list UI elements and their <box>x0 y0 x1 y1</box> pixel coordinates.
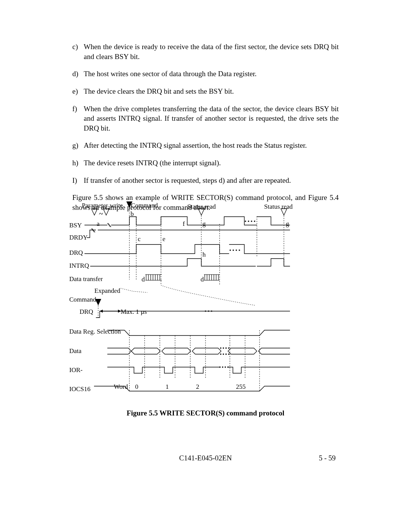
list-label: g) <box>72 141 84 150</box>
svg-point-47 <box>225 366 226 368</box>
label-f: f <box>183 220 185 228</box>
list-label: I) <box>72 176 84 185</box>
svg-point-26 <box>211 310 212 312</box>
list-item-i: I) If transfer of another sector is requ… <box>72 176 339 185</box>
label-g-1: g <box>202 220 206 228</box>
svg-point-25 <box>208 310 209 312</box>
svg-point-18 <box>236 249 237 251</box>
list-text: If transfer of another sector is request… <box>84 176 339 185</box>
svg-point-17 <box>233 249 234 251</box>
svg-point-44 <box>228 353 229 355</box>
label-w0: 0 <box>135 383 139 391</box>
label-command-top: Command <box>131 202 158 209</box>
label-ior: IOR- <box>69 366 83 374</box>
label-c: c <box>138 235 141 243</box>
svg-point-24 <box>205 310 206 312</box>
footer-doc-id: C141-E045-02EN <box>0 454 411 462</box>
label-status-read-1: Status read <box>187 203 216 211</box>
label-e: e <box>162 235 166 243</box>
label-expanded: Expanded <box>94 287 120 295</box>
label-max: Max. 1 µs <box>121 308 147 316</box>
list-item-g: g) After detecting the INTRQ signal asse… <box>72 141 339 150</box>
label-w255: 255 <box>236 383 246 391</box>
svg-point-13 <box>248 220 249 222</box>
label-status-read-2: Status read <box>264 203 293 211</box>
label-data-transfer: Data transfer <box>69 275 103 283</box>
svg-point-39 <box>225 347 227 349</box>
label-word: Word <box>114 383 128 391</box>
list-item-f: f) When the drive completes transferring… <box>72 104 339 133</box>
label-g-2: g <box>286 220 289 228</box>
svg-marker-2 <box>103 209 109 215</box>
svg-point-14 <box>251 220 252 222</box>
list-item-c: c) When the device is ready to receive t… <box>72 42 339 61</box>
label-command-bot: Command <box>69 296 96 304</box>
list-text: The device clears the DRQ bit and sets t… <box>84 86 339 96</box>
label-d-1: d <box>142 276 145 283</box>
label-w2: 2 <box>196 383 199 391</box>
label-bsy: BSY <box>69 222 82 229</box>
label-intrq: INTRQ <box>69 262 89 270</box>
svg-point-41 <box>220 353 221 355</box>
svg-point-16 <box>229 249 231 251</box>
label-iocs16: IOCS16 <box>69 385 91 393</box>
svg-point-43 <box>225 353 227 355</box>
svg-marker-1 <box>91 209 97 215</box>
label-drdy: DRDY <box>69 234 88 241</box>
list-label: f) <box>72 104 84 133</box>
list-label: h) <box>72 158 84 168</box>
list-label: c) <box>72 42 84 61</box>
list-label: e) <box>72 86 84 96</box>
svg-marker-23 <box>100 310 103 313</box>
label-d-2: d <box>201 276 204 283</box>
list-text: After detecting the INTRQ signal asserti… <box>84 141 339 150</box>
label-w1: 1 <box>166 383 169 391</box>
svg-point-38 <box>223 347 224 349</box>
list-item-d: d) The host writes one sector of data th… <box>72 69 339 79</box>
label-b: b <box>131 210 134 218</box>
svg-point-19 <box>239 249 240 251</box>
svg-point-37 <box>220 347 221 349</box>
svg-point-42 <box>223 353 224 355</box>
svg-point-15 <box>254 220 255 222</box>
svg-point-40 <box>228 347 229 349</box>
list-text: When the drive completes transferring th… <box>84 104 339 133</box>
list-item-h: h) The device resets INTRQ (the interrup… <box>72 158 339 168</box>
label-h: h <box>202 251 206 259</box>
timing-diagram: Parameter write Command Status read Stat… <box>69 200 339 394</box>
diagram-svg <box>69 200 339 394</box>
list-label: d) <box>72 69 84 79</box>
figure-caption: Figure 5.5 WRITE SECTOR(S) command proto… <box>0 409 411 417</box>
svg-point-12 <box>245 220 246 222</box>
list-text: When the device is ready to receive the … <box>84 42 339 61</box>
label-parameter-write: Parameter write <box>82 202 123 209</box>
footer-page-num: 5 - 59 <box>319 454 336 462</box>
list-item-e: e) The device clears the DRQ bit and set… <box>72 86 339 96</box>
body-text: c) When the device is ready to receive t… <box>72 42 339 224</box>
svg-point-45 <box>219 366 221 368</box>
svg-point-48 <box>227 366 229 368</box>
label-data-reg-sel: Data Reg. Selection <box>69 328 121 335</box>
list-text: The device resets INTRQ (the interrupt s… <box>84 158 339 168</box>
label-a: a <box>97 220 100 228</box>
label-data: Data <box>69 347 81 355</box>
label-drq-bot: DRQ <box>80 308 93 316</box>
svg-point-46 <box>222 366 223 368</box>
label-tilde: ~ <box>99 209 103 218</box>
list-text: The host writes one sector of data throu… <box>84 69 339 79</box>
label-drq-top: DRQ <box>69 249 83 257</box>
